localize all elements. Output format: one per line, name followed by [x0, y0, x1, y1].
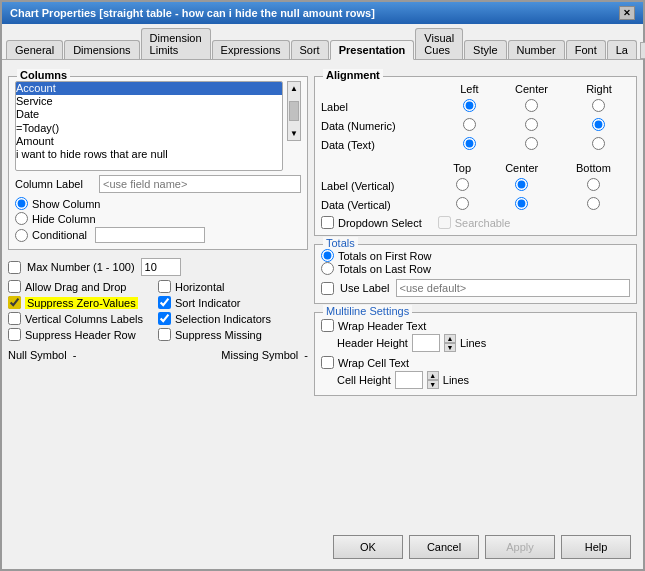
checkboxes-left: Allow Drag and Drop Suppress Zero-Values… — [8, 280, 158, 341]
vertical-columns-row: Vertical Columns Labels — [8, 312, 158, 325]
column-item-date[interactable]: Date — [16, 108, 282, 121]
cell-height-input[interactable]: 2 — [395, 371, 423, 389]
data-txt-center[interactable] — [525, 137, 538, 150]
tab-dimensions[interactable]: Dimensions — [64, 40, 139, 59]
scroll-thumb[interactable] — [289, 101, 299, 121]
dropdown-select-checkbox[interactable] — [321, 216, 334, 229]
cell-height-up[interactable]: ▲ — [427, 371, 439, 380]
horizontal-row: Horizontal — [158, 280, 308, 293]
header-height-up[interactable]: ▲ — [444, 334, 456, 343]
label-vert-bottom[interactable] — [587, 178, 600, 191]
columns-group: Columns Account Service Date =Today() Am… — [8, 76, 308, 250]
scroll-down[interactable]: ▼ — [290, 129, 298, 138]
totals-first-radio[interactable] — [321, 249, 334, 262]
data-vert-top[interactable] — [456, 197, 469, 210]
tab-font[interactable]: Font — [566, 40, 606, 59]
help-button[interactable]: Help — [561, 535, 631, 559]
tab-expressions[interactable]: Expressions — [212, 40, 290, 59]
totals-last-radio[interactable] — [321, 262, 334, 275]
data-vert-center[interactable] — [515, 197, 528, 210]
show-column-radio[interactable] — [15, 197, 28, 210]
data-txt-right[interactable] — [592, 137, 605, 150]
tab-dimension-limits[interactable]: Dimension Limits — [141, 28, 211, 59]
wrap-cell-checkbox[interactable] — [321, 356, 334, 369]
tab-style[interactable]: Style — [464, 40, 506, 59]
label-align-left[interactable] — [463, 99, 476, 112]
max-number-checkbox[interactable] — [8, 261, 21, 274]
close-button[interactable]: ✕ — [619, 6, 635, 20]
tab-la[interactable]: La — [607, 40, 637, 59]
allow-drag-drop-checkbox[interactable] — [8, 280, 21, 293]
align-header-left: Left — [444, 81, 495, 97]
vertical-columns-checkbox[interactable] — [8, 312, 21, 325]
tab-nav-right[interactable]: ▶ — [640, 42, 645, 59]
main-window: Chart Properties [straight table - how c… — [0, 0, 645, 571]
use-label-input[interactable] — [396, 279, 630, 297]
align-data-text-text: Data (Text) — [321, 135, 444, 154]
tab-general[interactable]: General — [6, 40, 63, 59]
cell-height-row: Cell Height 2 ▲ ▼ Lines — [337, 371, 630, 389]
label-vert-center[interactable] — [515, 178, 528, 191]
conditional-input[interactable] — [95, 227, 205, 243]
apply-button[interactable]: Apply — [485, 535, 555, 559]
label-align-center[interactable] — [525, 99, 538, 112]
label-align-right[interactable] — [592, 99, 605, 112]
alignment-group-label: Alignment — [323, 69, 383, 81]
column-item-today[interactable]: =Today() — [16, 122, 282, 135]
multiline-group-label: Multiline Settings — [323, 305, 412, 317]
hide-column-row: Hide Column — [15, 212, 301, 225]
use-label-checkbox[interactable] — [321, 282, 334, 295]
align-data-numeric-row: Data (Numeric) — [321, 116, 630, 135]
suppress-zero-row: Suppress Zero-Values — [8, 296, 158, 309]
data-txt-left[interactable] — [463, 137, 476, 150]
cell-height-down[interactable]: ▼ — [427, 380, 439, 389]
sort-indicator-checkbox[interactable] — [158, 296, 171, 309]
searchable-checkbox[interactable] — [438, 216, 451, 229]
tab-visual-cues[interactable]: Visual Cues — [415, 28, 463, 59]
window-title: Chart Properties [straight table - how c… — [10, 7, 375, 19]
column-item-service[interactable]: Service — [16, 95, 282, 108]
conditional-radio[interactable] — [15, 229, 28, 242]
checkboxes-section: Allow Drag and Drop Suppress Zero-Values… — [8, 280, 308, 341]
suppress-header-label: Suppress Header Row — [25, 329, 136, 341]
data-num-center[interactable] — [525, 118, 538, 131]
header-height-down[interactable]: ▼ — [444, 343, 456, 352]
left-panel: Columns Account Service Date =Today() Am… — [8, 66, 308, 525]
ok-button[interactable]: OK — [333, 535, 403, 559]
cancel-button[interactable]: Cancel — [409, 535, 479, 559]
conditional-row: Conditional — [15, 227, 301, 243]
tabs-bar: General Dimensions Dimension Limits Expr… — [2, 24, 643, 60]
list-scrollbar[interactable]: ▲ ▼ — [287, 81, 301, 141]
suppress-zero-checkbox[interactable] — [8, 296, 21, 309]
column-label-input[interactable] — [99, 175, 301, 193]
wrap-header-checkbox[interactable] — [321, 319, 334, 332]
title-buttons: ✕ — [619, 6, 635, 20]
right-panel: Alignment Left Center Right — [314, 66, 637, 525]
column-item-hide-null[interactable]: i want to hide rows that are null — [16, 148, 282, 161]
data-num-left[interactable] — [463, 118, 476, 131]
header-height-input[interactable]: 2 — [412, 334, 440, 352]
data-vert-bottom[interactable] — [587, 197, 600, 210]
horizontal-checkbox[interactable] — [158, 280, 171, 293]
tab-presentation[interactable]: Presentation — [330, 40, 415, 60]
totals-first-row: Totals on First Row — [321, 249, 630, 262]
tab-sort[interactable]: Sort — [291, 40, 329, 59]
label-vert-top[interactable] — [456, 178, 469, 191]
sort-indicator-row: Sort Indicator — [158, 296, 308, 309]
hide-column-radio[interactable] — [15, 212, 28, 225]
selection-indicators-label: Selection Indicators — [175, 313, 271, 325]
column-item-amount[interactable]: Amount — [16, 135, 282, 148]
scroll-up[interactable]: ▲ — [290, 84, 298, 93]
selection-indicators-checkbox[interactable] — [158, 312, 171, 325]
column-item-account[interactable]: Account — [16, 82, 282, 95]
columns-group-label: Columns — [17, 69, 70, 81]
align-data-text-row: Data (Text) — [321, 135, 630, 154]
suppress-header-checkbox[interactable] — [8, 328, 21, 341]
max-number-input[interactable]: 10 — [141, 258, 181, 276]
tab-number[interactable]: Number — [508, 40, 565, 59]
data-num-right[interactable] — [592, 118, 605, 131]
columns-list[interactable]: Account Service Date =Today() Amount i w… — [15, 81, 283, 171]
missing-symbol-label: Missing Symbol — [221, 349, 298, 361]
wrap-header-row: Wrap Header Text — [321, 319, 630, 332]
suppress-missing-checkbox[interactable] — [158, 328, 171, 341]
